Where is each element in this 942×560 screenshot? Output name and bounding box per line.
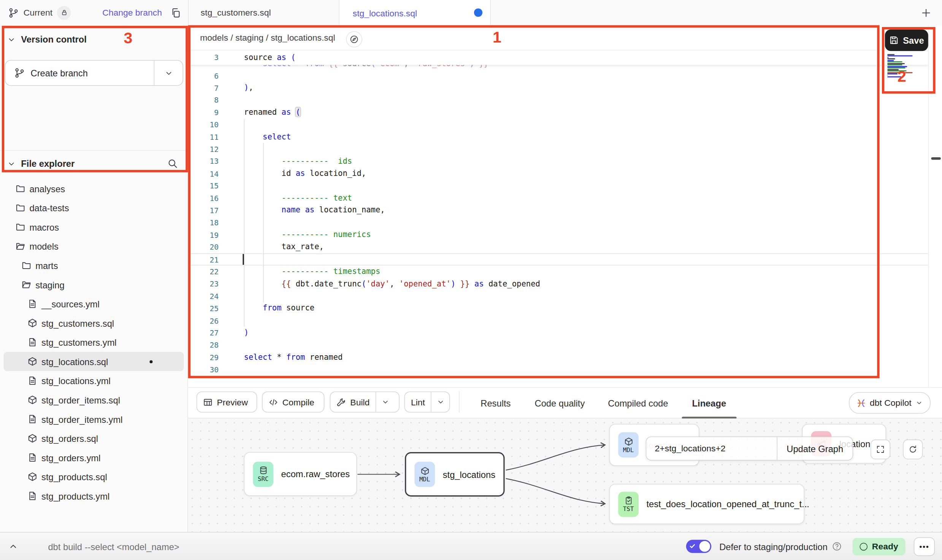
- tree-item-analyses[interactable]: analyses: [0, 179, 188, 198]
- code-line-13[interactable]: 13 ---------- ids: [188, 155, 928, 168]
- lineage-selector-input[interactable]: 2+stg_locations+2: [646, 437, 777, 460]
- tree-item-stg_orders.yml[interactable]: stg_orders.yml: [0, 448, 188, 467]
- code-line-27[interactable]: 27): [188, 327, 928, 339]
- tree-item-stg_order_items.sql[interactable]: stg_order_items.sql: [0, 390, 188, 410]
- create-branch-dropdown[interactable]: [154, 61, 183, 85]
- tab-stg-locations[interactable]: stg_locations.sql: [339, 0, 491, 26]
- cube-icon: [624, 437, 633, 446]
- code-line-25[interactable]: 25 from source: [188, 302, 928, 315]
- code-line-5[interactable]: select * from {{ source('ecom', 'raw_sto…: [188, 65, 928, 70]
- tree-item-macros[interactable]: macros: [0, 217, 188, 237]
- tree-item-__sources.yml[interactable]: __sources.yml: [0, 294, 188, 313]
- text-cursor: [243, 254, 244, 264]
- line-number: 27: [188, 328, 226, 337]
- build-label: Build: [350, 397, 370, 407]
- version-control-header[interactable]: Version control: [7, 34, 87, 44]
- update-graph-button[interactable]: Update Graph: [777, 437, 852, 460]
- build-button[interactable]: Build: [330, 391, 400, 412]
- refresh-button[interactable]: [903, 440, 923, 459]
- save-button[interactable]: Save: [885, 29, 928, 51]
- tree-item-stg_orders.sql[interactable]: stg_orders.sql: [0, 429, 188, 448]
- line-number: 15: [188, 182, 226, 191]
- sidebar-divider: [0, 150, 188, 151]
- ready-label: Ready: [872, 541, 898, 551]
- help-icon[interactable]: [833, 541, 842, 551]
- copilot-label: dbt Copilot: [870, 398, 912, 408]
- branch-locked-chip: [57, 6, 71, 19]
- chevron-up-icon[interactable]: [8, 541, 18, 551]
- code-line-21[interactable]: 21: [188, 253, 928, 266]
- tree-item-stg_customers.sql[interactable]: stg_customers.sql: [0, 313, 188, 333]
- code-line-20[interactable]: 20 tax_rate,: [188, 241, 928, 253]
- tab-label: Compiled code: [608, 398, 668, 408]
- build-dropdown[interactable]: [376, 392, 395, 412]
- code-line-14[interactable]: 14 id as location_id,: [188, 168, 928, 180]
- lint-dropdown[interactable]: [431, 392, 450, 412]
- preview-label: Preview: [217, 397, 248, 407]
- dbt-copilot-button[interactable]: dbt Copilot: [849, 392, 931, 414]
- copilot-compass-chip[interactable]: [346, 31, 362, 47]
- mdl-badge: MDL: [618, 432, 639, 457]
- code-line-7[interactable]: 7),: [188, 82, 928, 94]
- code-line-26[interactable]: 26: [188, 315, 928, 327]
- create-branch-button[interactable]: Create branch: [5, 60, 183, 86]
- tree-item-stg_products.sql[interactable]: stg_products.sql: [0, 467, 188, 487]
- panel-resize-handle[interactable]: [931, 157, 941, 160]
- code-line-17[interactable]: 17 name as location_name,: [188, 204, 928, 217]
- code-line-22[interactable]: 22 ---------- timestamps: [188, 266, 928, 278]
- code-line-28[interactable]: 28: [188, 339, 928, 351]
- minimap-line: [887, 69, 899, 70]
- tree-item-marts[interactable]: marts: [0, 256, 188, 275]
- code-line-23[interactable]: 23 {{ dbt.date_trunc('day', 'opened_at')…: [188, 278, 928, 290]
- more-options-button[interactable]: •••: [914, 537, 935, 556]
- code-editor[interactable]: 3source as ( select * from {{ source('ec…: [188, 51, 928, 388]
- model-icon: [28, 472, 37, 481]
- tab-stg-customers[interactable]: stg_customers.sql: [188, 0, 339, 25]
- code-line-24[interactable]: 24: [188, 290, 928, 302]
- line-number: 9: [188, 108, 226, 117]
- code-line-6[interactable]: 6: [188, 70, 928, 82]
- tab-results[interactable]: Results: [481, 388, 511, 418]
- preview-button[interactable]: Preview: [197, 391, 257, 412]
- code-line-15[interactable]: 15: [188, 180, 928, 192]
- tab-code-quality[interactable]: Code quality: [535, 388, 585, 418]
- tab-lineage[interactable]: Lineage: [692, 388, 726, 418]
- lineage-graph[interactable]: SRC ecom.raw_stores MDL stg_locations MD…: [188, 419, 942, 532]
- file-explorer-header[interactable]: File explorer: [7, 158, 181, 169]
- code-line-29[interactable]: 29select * from renamed: [188, 351, 928, 363]
- editor-minimap[interactable]: [887, 54, 914, 79]
- tree-item-stg_locations.yml[interactable]: stg_locations.yml: [0, 371, 188, 391]
- change-branch-link[interactable]: Change branch: [102, 8, 162, 17]
- lineage-node-test[interactable]: TST test_does_location_opened_at_trunc_t…: [609, 484, 804, 524]
- code-line-9[interactable]: 9renamed as (: [188, 106, 928, 119]
- fullscreen-button[interactable]: [871, 440, 890, 459]
- copy-icon[interactable]: [170, 8, 181, 18]
- compile-button[interactable]: Compile: [262, 391, 324, 412]
- tree-item-stg_order_items.yml[interactable]: stg_order_items.yml: [0, 410, 188, 429]
- code-line-3[interactable]: 3source as (: [188, 52, 296, 64]
- tree-item-stg_customers.yml[interactable]: stg_customers.yml: [0, 333, 188, 352]
- code-line-19[interactable]: 19 ---------- numerics: [188, 229, 928, 241]
- new-tab-button[interactable]: [917, 3, 935, 21]
- file-name: stg_locations.sql: [41, 356, 108, 367]
- code-line-30[interactable]: 30: [188, 364, 928, 376]
- defer-toggle[interactable]: [686, 540, 711, 553]
- code-line-16[interactable]: 16 ---------- text: [188, 192, 928, 204]
- command-input[interactable]: dbt build --select <model_name>: [48, 541, 179, 552]
- code-line-8[interactable]: 8: [188, 94, 928, 106]
- lineage-node-stg-locations[interactable]: MDL stg_locations: [405, 452, 504, 497]
- lint-button[interactable]: Lint: [404, 391, 450, 412]
- tree-item-stg_products.yml[interactable]: stg_products.yml: [0, 486, 188, 506]
- file-search-button[interactable]: [168, 158, 178, 169]
- code-line-18[interactable]: 18: [188, 217, 928, 229]
- tree-item-models[interactable]: models: [0, 237, 188, 256]
- tree-item-staging[interactable]: staging: [0, 275, 188, 294]
- code-line-10[interactable]: 10: [188, 119, 928, 131]
- code-line-12[interactable]: 12: [188, 143, 928, 155]
- tree-item-data-tests[interactable]: data-tests: [0, 198, 188, 218]
- line-number: 29: [188, 353, 226, 362]
- lineage-node-source[interactable]: SRC ecom.raw_stores: [244, 452, 357, 496]
- code-line-11[interactable]: 11 select: [188, 131, 928, 143]
- tree-item-stg_locations.sql[interactable]: stg_locations.sql: [3, 352, 184, 371]
- tab-compiled-code[interactable]: Compiled code: [608, 388, 668, 418]
